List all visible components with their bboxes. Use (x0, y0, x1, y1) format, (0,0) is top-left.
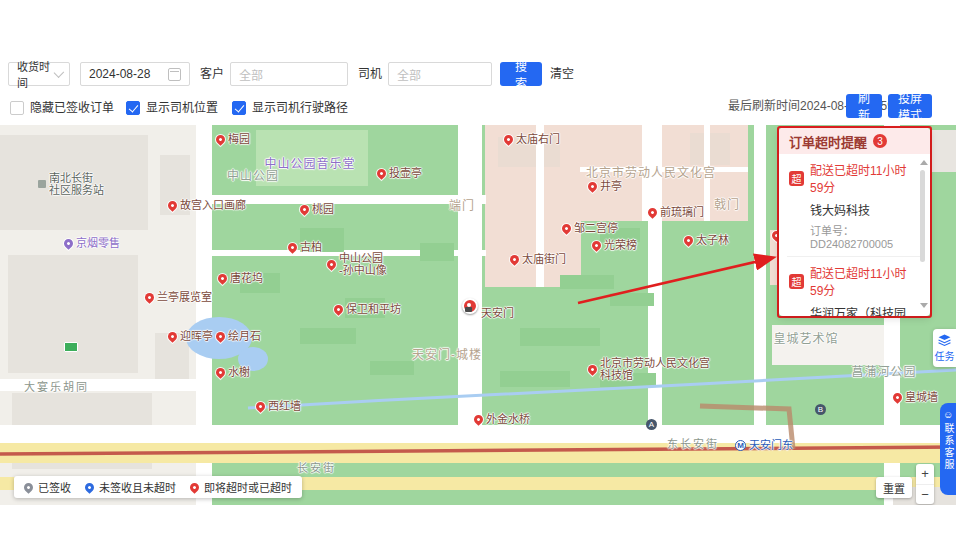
red-pin-icon[interactable] (560, 222, 573, 235)
panel-scrollbar[interactable] (919, 160, 927, 308)
map-poi[interactable]: M天安门东 (735, 439, 793, 451)
scroll-down-icon[interactable] (920, 303, 928, 308)
driver-position-checkbox[interactable] (126, 101, 140, 115)
customer-input[interactable]: 全部 (230, 62, 348, 86)
map-poi[interactable]: 前琉璃门 (648, 206, 704, 218)
map-poi[interactable]: 大宴乐胡同 (24, 381, 89, 393)
red-pin-icon[interactable] (472, 413, 485, 426)
reset-button[interactable]: 重置 (876, 477, 912, 498)
poi-label: 梅园 (228, 133, 250, 145)
map-poi[interactable]: 中山公园-孙中山像 (327, 252, 387, 276)
time-type-select[interactable]: 收货时间 (8, 62, 70, 86)
map-poi[interactable]: 邹二宫停 (562, 222, 618, 234)
map-poi[interactable]: 皇城艺术馆 (773, 333, 838, 345)
date-input[interactable]: 2024-08-28 (80, 62, 190, 86)
task-tab[interactable]: 任务 (933, 329, 956, 367)
red-pin-icon[interactable] (166, 330, 179, 343)
map-poi[interactable]: 绘月石 (216, 330, 261, 342)
order-list[interactable]: 超 配送已超时11小时59分 钱大妈科技 订单号：DD24082700005 超… (779, 154, 930, 316)
map-poi[interactable]: 皇城墙 (893, 391, 938, 403)
search-button[interactable]: 搜 索 (500, 62, 542, 86)
red-pin-icon[interactable] (216, 272, 229, 285)
zoom-in-button[interactable]: + (916, 464, 934, 485)
map-poi[interactable]: B (815, 404, 826, 415)
map-poi[interactable]: 太子林 (684, 234, 729, 246)
poi-label-wrap: 古柏 (300, 241, 322, 253)
order-item[interactable]: 超 配送已超时11小时59分 华润万家（科技园店）2 订单号：DD2408270… (779, 257, 930, 316)
map-poi[interactable] (64, 342, 78, 352)
time-type-value: 收货时间 (17, 58, 54, 90)
zoom-out-button[interactable]: − (916, 485, 934, 505)
map-poi[interactable]: 太庙街门 (510, 253, 566, 265)
subway-exit-icon: A (646, 419, 657, 430)
map-poi[interactable]: 兰亭展览室 (145, 291, 212, 303)
map-poi[interactable]: 京烟零售 (64, 237, 120, 249)
map-poi[interactable]: 唐花坞 (218, 272, 263, 284)
map-poi[interactable]: 光荣榜 (592, 239, 637, 251)
map-poi[interactable]: 北京市劳动人民文化宫 (586, 167, 716, 179)
map-poi[interactable]: A (646, 419, 657, 430)
red-pin-icon[interactable] (325, 258, 338, 271)
red-pin-icon[interactable] (214, 366, 227, 379)
red-pin-icon[interactable] (590, 239, 603, 252)
map-poi[interactable]: 西红墙 (256, 400, 301, 412)
map-canvas[interactable]: 梅园投壶亭故宫入口画廊桃园古柏中山公园-孙中山像唐花坞兰亭展览室迎晖亭绘月石水榭… (0, 125, 956, 505)
map-poi[interactable]: 外金水桥 (474, 413, 530, 425)
clear-button[interactable]: 清空 (550, 62, 574, 86)
scrollbar-thumb[interactable] (920, 170, 925, 262)
red-pin-icon[interactable] (332, 303, 345, 316)
driver-input[interactable]: 全部 (388, 62, 492, 86)
map-poi[interactable]: 东长安街 (667, 438, 719, 450)
poi-label-wrap: 外金水桥 (486, 413, 530, 425)
red-pin-icon[interactable] (502, 133, 515, 146)
map-poi[interactable]: 中山公园音乐堂 (264, 158, 355, 170)
poi-label: 科技馆 (600, 369, 710, 381)
map-poi[interactable]: 天安门-城楼 (412, 349, 482, 361)
driver-path-checkbox[interactable] (232, 101, 246, 115)
map-poi[interactable]: 长安街 (297, 462, 336, 474)
red-pin-icon[interactable] (254, 400, 267, 413)
red-pin-icon[interactable] (508, 253, 521, 266)
map-poi[interactable]: 太庙右门 (504, 133, 560, 145)
red-pin-icon[interactable] (166, 199, 179, 212)
contact-service-tab[interactable]: ☺ 联系客服 (940, 403, 956, 495)
red-pin-icon[interactable] (375, 167, 388, 180)
poi-label: 中山公园音乐堂 (264, 158, 355, 170)
map-poi[interactable]: 端门 (449, 200, 475, 212)
poi-label: 戟门 (714, 199, 740, 211)
map-poi[interactable]: 迎晖亭 (168, 330, 213, 342)
red-pin-icon[interactable] (891, 391, 904, 404)
map-poi[interactable]: 南北长街社区服务站 (38, 172, 104, 196)
order-item[interactable]: 超 配送已超时11小时59分 钱大妈科技 订单号：DD24082700005 (779, 154, 930, 256)
red-pin-icon[interactable] (286, 241, 299, 254)
map-poi[interactable]: 投壶亭 (377, 167, 422, 179)
legend-pin-icon (83, 481, 96, 494)
map-poi[interactable]: 古柏 (288, 241, 322, 253)
red-pin-icon[interactable] (143, 291, 156, 304)
poi-label: 西红墙 (268, 400, 301, 412)
map-poi[interactable]: 井亭 (588, 180, 622, 192)
map-poi[interactable]: 中山公园 (227, 170, 279, 182)
red-pin-icon[interactable] (682, 234, 695, 247)
refresh-button[interactable]: 刷 新 (846, 94, 882, 118)
map-poi[interactable]: 北京市劳动人民文化宫科技馆 (588, 357, 710, 381)
map-poi[interactable]: 梅园 (216, 133, 250, 145)
map-poi[interactable]: 戟门 (714, 199, 740, 211)
map-poi[interactable]: 菖蒲河公园 (851, 366, 916, 378)
map-poi[interactable]: 桃园 (300, 203, 334, 215)
purple-pin-icon[interactable] (62, 237, 75, 250)
scroll-up-icon[interactable] (920, 160, 928, 165)
map-poi[interactable]: 水榭 (216, 366, 250, 378)
hide-signed-checkbox[interactable] (10, 101, 24, 115)
map-poi[interactable]: 天安门 (462, 293, 514, 319)
red-pin-icon[interactable] (214, 133, 227, 146)
red-pin-icon[interactable] (586, 363, 599, 376)
map-poi[interactable]: 保卫和平坊 (334, 303, 401, 315)
red-pin-icon[interactable] (646, 206, 659, 219)
driver-placeholder: 全部 (397, 66, 421, 83)
red-pin-icon[interactable] (298, 203, 311, 216)
map-poi[interactable]: 故宫入口画廊 (168, 199, 246, 211)
red-pin-icon[interactable] (586, 180, 599, 193)
red-pin-icon[interactable] (214, 330, 227, 343)
cast-mode-button[interactable]: 投屏模式 (888, 94, 932, 118)
